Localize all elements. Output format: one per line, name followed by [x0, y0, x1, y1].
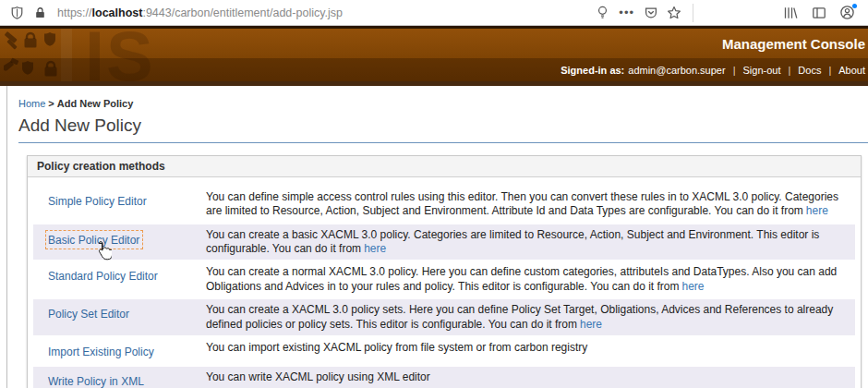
page-actions-icon[interactable]: ••• [619, 6, 634, 19]
padlock-icon [25, 33, 37, 48]
https-lock-icon[interactable] [32, 5, 48, 20]
method-description: You can write XACML policy using XML edi… [204, 367, 855, 388]
hammer-icon [5, 31, 18, 50]
url-path: :9443/carbon/entitlement/add-policy.jsp [142, 6, 343, 19]
method-description: You can create a basic XACML 3.0 policy.… [204, 224, 855, 261]
table-row: Basic Policy Editor You can create a bas… [33, 224, 855, 261]
panel-header: Policy creation methods [28, 156, 861, 177]
separator: | [828, 65, 831, 76]
panel-body: Simple Policy Editor You can define simp… [28, 177, 861, 388]
breadcrumb-separator: > [48, 98, 54, 109]
method-link-cell: Standard Policy Editor [33, 261, 204, 297]
here-link[interactable]: here [364, 242, 386, 255]
basic-policy-editor-highlight: Basic Policy Editor [45, 230, 143, 249]
suggest-lightbulb-icon[interactable] [595, 5, 610, 20]
pocket-icon[interactable] [643, 5, 658, 20]
table-row: Policy Set Editor You can create a XACML… [33, 299, 855, 335]
table-row: Write Policy in XML You can write XACML … [33, 367, 855, 388]
table-row: Import Existing Policy You can import ex… [33, 337, 855, 365]
breadcrumb-home-link[interactable]: Home [18, 98, 45, 109]
console-title: Management Console [722, 36, 865, 52]
account-notification-dot [852, 4, 857, 8]
method-description: You can create a XACML 3.0 policy sets. … [204, 299, 855, 335]
description-text: You can create a XACML 3.0 policy sets. … [206, 303, 833, 330]
method-link-cell: Import Existing Policy [33, 337, 204, 365]
signed-in-label: Signed-in as: [561, 65, 624, 76]
screenshot-root: { "browser": { "url_scheme": "https://",… [0, 0, 868, 388]
sidebar-icon[interactable] [811, 5, 826, 20]
policy-methods-table: Simple Policy Editor You can define simp… [33, 185, 855, 388]
description-text: You can import existing XACML policy fro… [206, 341, 587, 354]
breadcrumb-current: Add New Policy [57, 98, 134, 109]
page-content: Home>Add New Policy Add New Policy Polic… [0, 86, 868, 388]
separator: | [788, 65, 790, 76]
table-row: Standard Policy Editor You can create a … [33, 261, 855, 297]
method-link-cell: Simple Policy Editor [33, 187, 204, 223]
description-text: You can create a basic XACML 3.0 policy.… [206, 228, 819, 255]
separator: | [733, 65, 736, 76]
account-icon[interactable] [839, 5, 855, 20]
policy-methods-panel: Policy creation methods Simple Policy Ed… [27, 155, 862, 388]
signed-in-user: admin@carbon.super [628, 65, 725, 76]
standard-policy-editor-link[interactable]: Standard Policy Editor [48, 270, 158, 283]
description-text: You can write XACML policy using XML edi… [206, 370, 430, 383]
page-title: Add New Policy [18, 115, 868, 143]
tracking-protection-shield-icon[interactable] [9, 5, 25, 20]
url-text[interactable]: https://localhost:9443/carbon/entitlemen… [57, 6, 343, 19]
docs-link[interactable]: Docs [798, 65, 821, 76]
method-link-cell: Basic Policy Editor [33, 224, 204, 261]
signin-bar: Signed-in as: admin@carbon.super | Sign-… [0, 58, 868, 81]
write-policy-in-xml-link[interactable]: Write Policy in XML [48, 375, 144, 388]
table-row: Simple Policy Editor You can define simp… [33, 187, 855, 223]
url-scheme: https:// [57, 6, 92, 19]
about-link[interactable]: About [838, 65, 865, 76]
carbon-header: IS Management Console Signed-in as: admi… [0, 29, 868, 81]
breadcrumb: Home>Add New Policy [18, 98, 868, 109]
policy-set-editor-link[interactable]: Policy Set Editor [48, 308, 129, 321]
shield-icon [44, 32, 55, 46]
basic-policy-editor-link[interactable]: Basic Policy Editor [48, 234, 139, 247]
description-text: You can create a normal XACML 3.0 policy… [206, 265, 837, 292]
browser-toolbar: https://localhost:9443/carbon/entitlemen… [0, 0, 868, 26]
import-existing-policy-link[interactable]: Import Existing Policy [48, 346, 154, 358]
method-description: You can create a normal XACML 3.0 policy… [204, 261, 855, 297]
here-link[interactable]: here [806, 204, 828, 217]
method-description: You can import existing XACML policy fro… [204, 337, 855, 365]
method-link-cell: Write Policy in XML [33, 367, 204, 388]
description-text: You can define simple access control rul… [206, 190, 838, 217]
method-description: You can define simple access control rul… [204, 187, 855, 223]
here-link[interactable]: here [682, 280, 705, 293]
simple-policy-editor-link[interactable]: Simple Policy Editor [48, 195, 147, 208]
method-link-cell: Policy Set Editor [33, 299, 204, 335]
toolbar-divider [693, 4, 693, 22]
url-host: localhost [92, 6, 143, 19]
bookmark-star-icon[interactable] [666, 5, 681, 20]
signout-link[interactable]: Sign-out [742, 65, 780, 76]
here-link[interactable]: here [580, 318, 602, 331]
library-icon[interactable] [782, 5, 798, 20]
